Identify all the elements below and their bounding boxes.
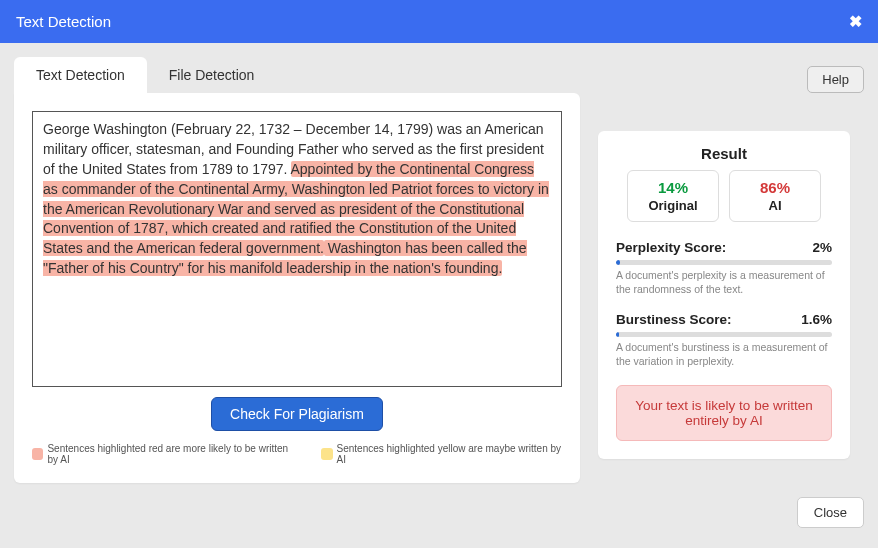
main-panel: George Washington (February 22, 1732 – D… (14, 93, 580, 483)
ai-pct: 86% (742, 179, 808, 196)
burstiness-fill (616, 332, 619, 337)
topbar: Text Detection File Detection Help (14, 57, 864, 93)
ai-label: AI (742, 198, 808, 213)
swatch-yellow-icon (321, 448, 332, 460)
burstiness-label: Burstiness Score: (616, 312, 732, 327)
check-button-wrap: Check For Plagiarism (32, 397, 562, 431)
perplexity-fill (616, 260, 620, 265)
swatch-red-icon (32, 448, 43, 460)
close-icon[interactable]: ✖ (849, 12, 862, 31)
body: George Washington (February 22, 1732 – D… (14, 93, 864, 483)
legend-yellow-label: Sentences highlighted yellow are maybe w… (337, 443, 562, 465)
perplexity-value: 2% (812, 240, 832, 255)
burstiness-bar (616, 332, 832, 337)
right-column: Result 14% Original 86% AI Perplexity Sc… (598, 93, 850, 483)
tabs: Text Detection File Detection (14, 57, 276, 93)
modal-title: Text Detection (16, 13, 111, 30)
legend-yellow: Sentences highlighted yellow are maybe w… (321, 443, 562, 465)
help-button[interactable]: Help (807, 66, 864, 93)
legend-red-label: Sentences highlighted red are more likel… (47, 443, 301, 465)
original-pct: 14% (640, 179, 706, 196)
footer: Close (0, 497, 878, 538)
verdict-box: Your text is likely to be written entire… (616, 385, 832, 441)
perplexity-desc: A document's perplexity is a measurement… (616, 269, 832, 296)
perplexity-label: Perplexity Score: (616, 240, 726, 255)
tab-text-detection[interactable]: Text Detection (14, 57, 147, 93)
original-label: Original (640, 198, 706, 213)
burstiness-value: 1.6% (801, 312, 832, 327)
legend: Sentences highlighted red are more likel… (32, 443, 562, 465)
check-plagiarism-button[interactable]: Check For Plagiarism (211, 397, 383, 431)
perplexity-bar (616, 260, 832, 265)
original-card: 14% Original (627, 170, 719, 222)
result-panel: Result 14% Original 86% AI Perplexity Sc… (598, 131, 850, 459)
result-cards: 14% Original 86% AI (616, 170, 832, 222)
legend-red: Sentences highlighted red are more likel… (32, 443, 301, 465)
close-button[interactable]: Close (797, 497, 864, 528)
modal-content: Text Detection File Detection Help Georg… (0, 43, 878, 497)
analysis-textbox[interactable]: George Washington (February 22, 1732 – D… (32, 111, 562, 387)
modal-header: Text Detection ✖ (0, 0, 878, 43)
ai-card: 86% AI (729, 170, 821, 222)
perplexity-row: Perplexity Score: 2% (616, 240, 832, 255)
result-title: Result (616, 145, 832, 162)
burstiness-row: Burstiness Score: 1.6% (616, 312, 832, 327)
burstiness-desc: A document's burstiness is a measurement… (616, 341, 832, 368)
tab-file-detection[interactable]: File Detection (147, 57, 277, 93)
